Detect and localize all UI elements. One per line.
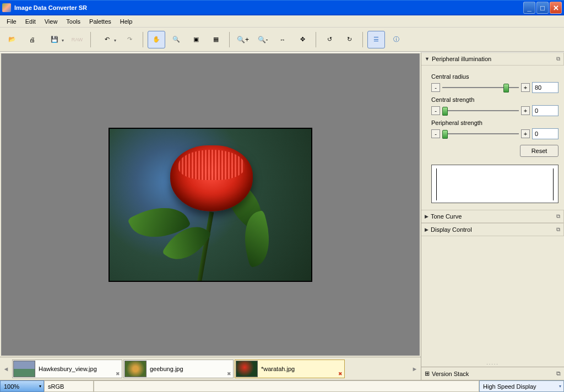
central-strength-label: Central strength [431, 96, 558, 103]
panel-title: Display Control [431, 226, 472, 233]
zoom-tool-button[interactable]: 🔍 [167, 31, 185, 48]
image-preview [109, 128, 312, 282]
app-icon [2, 3, 11, 12]
central-strength-slider[interactable] [442, 106, 519, 116]
menu-palettes[interactable]: Palettes [85, 17, 116, 26]
expand-icon: ▶ [425, 227, 429, 232]
save-button[interactable]: 💾 [43, 31, 66, 48]
panel-tone-curve-header[interactable]: ▶ Tone Curve ⧉ [421, 210, 564, 223]
colorspace-cell[interactable]: sRGB [44, 380, 94, 392]
adjust-panel-button[interactable]: ☰ [367, 31, 385, 48]
zoom-dropdown[interactable]: 100% [0, 380, 44, 392]
maximize-button[interactable]: □ [536, 2, 549, 14]
menu-help[interactable]: Help [116, 17, 137, 26]
zoom-in-button[interactable]: 🔍+ [234, 31, 252, 48]
rotate-right-icon: ↻ [347, 36, 352, 43]
actual-size-button[interactable]: ✥ [294, 31, 311, 48]
toolbar-separator [316, 32, 316, 47]
popout-icon[interactable]: ⧉ [556, 226, 560, 233]
thumb-prev-button[interactable]: ◄ [1, 360, 11, 378]
open-button[interactable]: 📂 [3, 31, 21, 48]
resize-grip[interactable]: ∙∙∙∙∙ [421, 361, 564, 367]
menu-edit[interactable]: Edit [21, 17, 40, 26]
zoom-out-icon: 🔍- [258, 36, 268, 43]
close-button[interactable]: ✕ [550, 2, 562, 14]
undo-button[interactable]: ↶ [95, 31, 118, 48]
histogram [431, 165, 558, 203]
actual-size-icon: ✥ [300, 36, 305, 43]
grid-icon: ▦ [213, 36, 219, 43]
colorspace-value: sRGB [48, 383, 64, 390]
toolbar-separator [90, 32, 91, 47]
increase-button[interactable]: + [521, 106, 530, 115]
central-radius-label: Central radius [431, 73, 558, 80]
rotate-right-button[interactable]: ↻ [340, 31, 358, 48]
menu-view[interactable]: View [40, 17, 62, 26]
popout-icon[interactable]: ⧉ [556, 56, 560, 62]
image-canvas[interactable] [1, 53, 420, 356]
central-strength-value[interactable] [532, 105, 558, 116]
zoom-value: 100% [4, 383, 19, 390]
central-radius-slider[interactable] [442, 83, 519, 92]
menu-tools[interactable]: Tools [62, 17, 85, 26]
decrease-button[interactable]: - [431, 83, 440, 92]
panel-display-control-header[interactable]: ▶ Display Control ⧉ [421, 223, 564, 236]
toolbar-separator [229, 32, 230, 47]
menubar: File Edit View Tools Palettes Help [0, 15, 564, 28]
increase-button[interactable]: + [521, 83, 530, 92]
peripheral-strength-value[interactable] [532, 128, 558, 139]
collapse-icon: ▼ [425, 56, 430, 62]
adjustment-panel: ▼ Peripheral illumination ⧉ Central radi… [421, 52, 564, 380]
panel-peripheral-illumination-header[interactable]: ▼ Peripheral illumination ⧉ [421, 52, 564, 66]
panel-title: Peripheral illumination [432, 56, 491, 62]
thumbnail-icon [13, 361, 35, 377]
thumb-filename: *waratah.jpg [261, 366, 295, 372]
decrease-button[interactable]: - [431, 106, 440, 115]
peripheral-strength-slider[interactable] [442, 129, 519, 139]
thumb-filename: Hawkesbury_view.jpg [39, 366, 97, 372]
grid-button[interactable]: ▦ [207, 31, 225, 48]
window-title: Image Data Converter SR [14, 4, 523, 11]
thumb-tab[interactable]: geebung.jpg ✖ [123, 360, 234, 378]
zoom-out-button[interactable]: 🔍- [254, 31, 272, 48]
menu-file[interactable]: File [2, 17, 21, 26]
central-radius-value[interactable] [532, 82, 558, 93]
pan-tool-button[interactable]: ✋ [148, 31, 165, 48]
decrease-button[interactable]: - [431, 129, 440, 138]
status-spacer [94, 380, 479, 392]
minimize-button[interactable]: _ [523, 2, 535, 14]
print-button[interactable]: 🖨 [23, 31, 41, 48]
undo-icon: ↶ [105, 36, 110, 43]
folder-open-icon: 📂 [8, 36, 16, 43]
popout-icon[interactable]: ⧉ [556, 213, 560, 220]
thumb-filename: geebung.jpg [150, 366, 183, 372]
statusbar: 100% sRGB High Speed Display [0, 380, 564, 392]
zoom-in-icon: 🔍+ [237, 36, 249, 43]
display-mode-dropdown[interactable]: High Speed Display [479, 380, 564, 392]
version-stack-label: Version Stack [432, 371, 469, 377]
thumb-tab[interactable]: Hawkesbury_view.jpg ✖ [12, 360, 122, 378]
reset-button[interactable]: Reset [520, 145, 558, 157]
info-icon: ⓘ [393, 35, 399, 43]
redo-icon: ↷ [127, 36, 132, 43]
thumb-close-icon[interactable]: ✖ [227, 371, 231, 377]
popout-icon[interactable]: ⧉ [556, 370, 561, 377]
rotate-left-icon: ↺ [327, 36, 332, 43]
thumb-next-button[interactable]: ► [410, 360, 420, 378]
thumb-close-icon[interactable]: ✖ [338, 371, 343, 377]
rotate-left-button[interactable]: ↺ [321, 31, 338, 48]
toolbar: 📂 🖨 💾 RAW ↶ ↷ ✋ 🔍 ▣ ▦ 🔍+ 🔍- ↔ ✥ ↺ ↻ ☰ ⓘ [0, 28, 564, 52]
increase-button[interactable]: + [521, 129, 530, 138]
thumbnail-icon [236, 361, 258, 377]
thumb-tab-active[interactable]: *waratah.jpg ✖ [235, 360, 345, 378]
raw-icon: RAW [72, 37, 83, 42]
version-stack-header[interactable]: ⊞ Version Stack ⧉ [421, 367, 564, 380]
sliders-icon: ☰ [373, 36, 379, 43]
panel-peripheral-illumination-body: Central radius - + Central strength - + … [421, 66, 564, 210]
stack-icon: ⊞ [425, 370, 430, 377]
fit-width-button[interactable]: ↔ [274, 31, 291, 48]
fit-button[interactable]: ▣ [187, 31, 205, 48]
thumb-close-icon[interactable]: ✖ [116, 371, 120, 377]
thumbnail-strip: ◄ Hawkesbury_view.jpg ✖ geebung.jpg ✖ *w… [0, 357, 421, 380]
info-button[interactable]: ⓘ [387, 31, 405, 48]
